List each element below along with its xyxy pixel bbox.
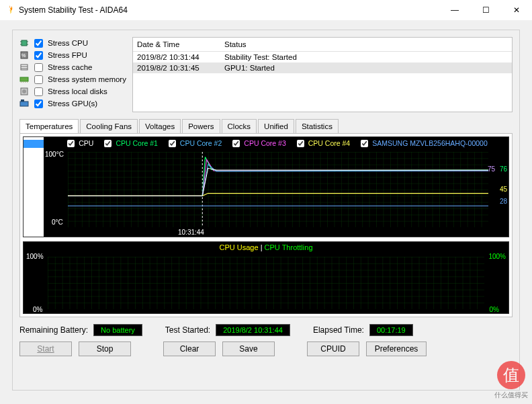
watermark: 值 什么值得买	[494, 361, 528, 400]
check-label: Stress system memory	[48, 75, 126, 83]
x-marker: 10:31:44	[178, 229, 204, 236]
svg-rect-13	[25, 81, 26, 83]
watermark-badge: 值	[497, 361, 525, 389]
check-stress-disks[interactable]: Stress local disks	[19, 85, 127, 97]
memory-icon	[19, 75, 29, 84]
tab-body: CPUCPU Core #1CPU Core #2CPU Core #3CPU …	[19, 133, 513, 317]
title-bar: System Stability Test - AIDA64 — ☐ ✕	[0, 0, 532, 20]
watermark-text: 什么值得买	[494, 391, 528, 400]
event-row[interactable]: 2019/8/2 10:31:44 Stability Test: Starte…	[133, 52, 512, 63]
reading-45: 45	[500, 186, 507, 193]
svg-rect-21	[48, 257, 484, 309]
check-label: Stress FPU	[48, 51, 87, 59]
tab-clocks[interactable]: Clocks	[222, 119, 257, 133]
usage-title: CPU Usage | CPU Throttling	[24, 242, 508, 253]
chart-tabs: Temperatures Cooling Fans Voltages Power…	[19, 119, 513, 133]
svg-rect-14	[27, 81, 28, 83]
check-label: Stress CPU	[48, 39, 88, 47]
tab-powers[interactable]: Powers	[182, 119, 220, 133]
legend-item[interactable]: CPU Core #3	[230, 138, 285, 149]
minimize-button[interactable]: —	[439, 0, 470, 20]
reading-76: 76	[500, 165, 507, 173]
check-label: Stress local disks	[48, 87, 107, 95]
event-row[interactable]: 2019/8/2 10:31:45 GPU1: Started	[133, 63, 512, 73]
svg-point-16	[22, 89, 26, 93]
svg-rect-17	[20, 102, 28, 106]
cache-icon	[19, 63, 29, 72]
check-stress-cpu[interactable]: Stress CPU	[19, 37, 127, 49]
svg-rect-18	[21, 99, 24, 102]
cpuid-button[interactable]: CPUID	[307, 341, 359, 356]
col-status: Status	[224, 40, 247, 48]
window-title: System Stability Test - AIDA64	[19, 5, 128, 15]
elapsed-value: 00:17:19	[369, 324, 413, 336]
u-left-top: 100%	[26, 253, 44, 260]
tab-temperatures[interactable]: Temperatures	[19, 119, 79, 133]
legend-item[interactable]: SAMSUNG MZVLB256HAHQ-00000	[358, 138, 488, 149]
legend-label: CPU Core #3	[244, 139, 285, 147]
battery-value: No battery	[93, 324, 142, 336]
title-usage: CPU Usage	[220, 243, 259, 251]
check-label: Stress cache	[48, 63, 92, 71]
legend-label: CPU Core #2	[180, 139, 222, 147]
temp-plot-svg	[68, 152, 488, 227]
legend-item[interactable]: CPU Core #1	[101, 138, 157, 149]
check-label: Stress GPU(s)	[48, 99, 97, 108]
button-row: Start Stop Clear Save CPUID Preferences	[19, 341, 513, 356]
close-button[interactable]: ✕	[501, 0, 532, 20]
svg-rect-11	[21, 81, 21, 83]
disk-icon	[19, 87, 29, 96]
sensor-list-bar[interactable]	[24, 137, 44, 237]
app-icon	[5, 5, 15, 15]
main-frame: Stress CPU % Stress FPU Stress cache Str…	[12, 30, 520, 391]
battery-label: Remaining Battery:	[19, 325, 88, 335]
tab-voltages[interactable]: Voltages	[139, 119, 181, 133]
svg-text:%: %	[21, 53, 26, 58]
reading-28: 28	[500, 198, 507, 205]
legend-label: CPU Core #1	[116, 139, 157, 147]
temp-legend: CPUCPU Core #1CPU Core #2CPU Core #3CPU …	[44, 137, 508, 149]
legend-item[interactable]: CPU	[64, 138, 93, 149]
temperature-chart: CPUCPU Core #1CPU Core #2CPU Core #3CPU …	[23, 136, 509, 237]
u-right-top: 100%	[488, 253, 506, 260]
clear-button[interactable]: Clear	[163, 341, 216, 356]
preferences-button[interactable]: Preferences	[366, 341, 427, 356]
start-button[interactable]: Start	[19, 341, 72, 356]
title-throttling: CPU Throttling	[265, 243, 313, 251]
event-status: GPU1: Started	[224, 64, 275, 72]
cpu-icon	[19, 38, 29, 48]
maximize-button[interactable]: ☐	[470, 0, 501, 20]
legend-item[interactable]: CPU Core #4	[294, 138, 350, 149]
elapsed-label: Elapsed Time:	[313, 325, 364, 335]
usage-plot-svg	[48, 257, 484, 309]
legend-label: CPU	[79, 139, 93, 147]
event-status: Stability Test: Started	[224, 53, 297, 61]
legend-label: CPU Core #4	[308, 139, 350, 147]
title-sep: |	[259, 243, 265, 251]
reading-75: 75	[488, 165, 495, 173]
gpu-icon	[19, 99, 29, 108]
event-log[interactable]: Date & Time Status 2019/8/2 10:31:44 Sta…	[132, 37, 513, 112]
fpu-icon: %	[19, 50, 29, 60]
check-stress-gpu[interactable]: Stress GPU(s)	[19, 97, 127, 110]
stress-options: Stress CPU % Stress FPU Stress cache Str…	[19, 37, 127, 112]
cpu-usage-chart: CPU Usage | CPU Throttling 100% 0% 100% …	[23, 241, 509, 314]
save-button[interactable]: Save	[222, 341, 275, 356]
u-left-bot: 0%	[33, 306, 42, 313]
event-dt: 2019/8/2 10:31:45	[137, 64, 224, 72]
legend-item[interactable]: CPU Core #2	[166, 138, 222, 149]
tab-cooling-fans[interactable]: Cooling Fans	[80, 119, 138, 133]
svg-rect-12	[23, 81, 24, 83]
tab-statistics[interactable]: Statistics	[296, 119, 339, 133]
y-min: 0°C	[52, 218, 63, 226]
event-dt: 2019/8/2 10:31:44	[137, 53, 224, 61]
started-value: 2019/8/2 10:31:44	[216, 324, 290, 336]
check-stress-cache[interactable]: Stress cache	[19, 61, 127, 73]
svg-rect-7	[21, 65, 28, 70]
stop-button[interactable]: Stop	[79, 341, 131, 356]
check-stress-fpu[interactable]: % Stress FPU	[19, 49, 127, 61]
event-header: Date & Time Status	[133, 38, 512, 52]
tab-unified[interactable]: Unified	[258, 119, 294, 133]
check-stress-memory[interactable]: Stress system memory	[19, 73, 127, 85]
u-right-bot: 0%	[490, 306, 499, 313]
